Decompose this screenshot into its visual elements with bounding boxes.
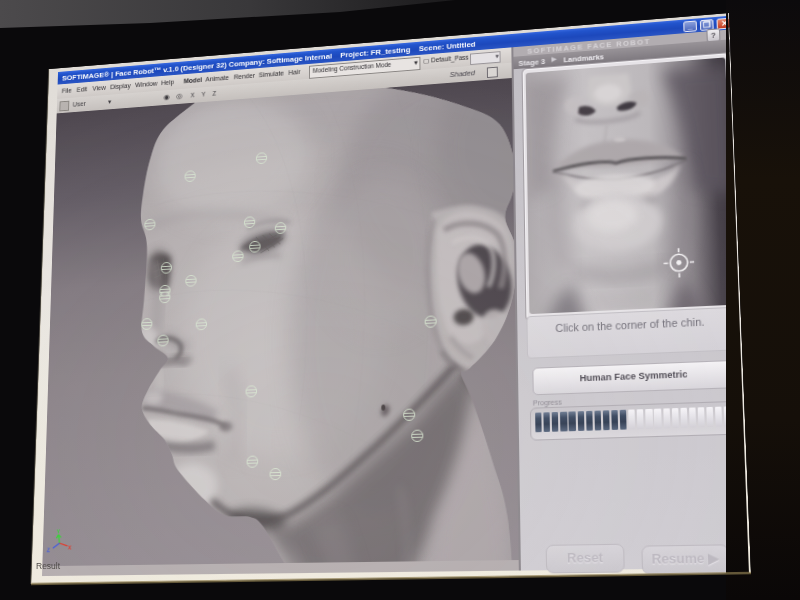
svg-text:Z: Z <box>47 546 50 553</box>
